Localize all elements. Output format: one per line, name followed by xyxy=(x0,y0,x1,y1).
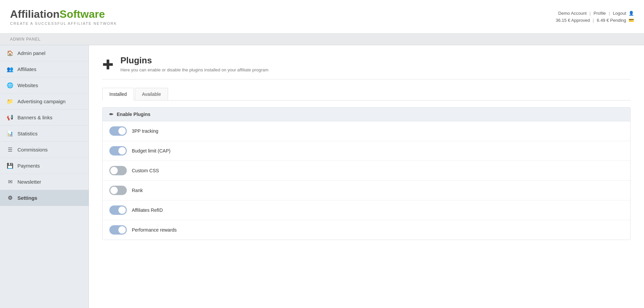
tab-installed[interactable]: Installed xyxy=(102,88,134,101)
admin-panel-icon: 🏠 xyxy=(7,50,13,56)
plugin-row-custom-css: Custom CSS xyxy=(103,161,630,181)
plugin-row-affiliates-refid: Affiliates RefID xyxy=(103,200,630,220)
sidebar-label-advertising-campaign: Advertising campaign xyxy=(17,99,65,104)
toggle-budget-limit-cap[interactable] xyxy=(109,146,127,156)
sidebar: 🏠Admin panel👥Affiliates🌐Websites📁Adverti… xyxy=(0,45,89,308)
plugin-label-rank: Rank xyxy=(132,188,143,193)
websites-icon: 🌐 xyxy=(7,82,13,88)
logo-software: Software xyxy=(60,8,105,20)
section-header: ✏ Enable Plugins xyxy=(103,108,630,121)
plugin-label-performance-rewards: Performance rewards xyxy=(132,227,177,233)
sidebar-item-websites[interactable]: 🌐Websites xyxy=(0,77,89,94)
logo-title: AffiliationSoftware xyxy=(10,8,117,20)
settings-icon: ⚙ xyxy=(7,195,13,201)
advertising-campaign-icon: 📁 xyxy=(7,98,13,105)
sidebar-item-banners-links[interactable]: 📢Banners & links xyxy=(0,110,89,126)
logo: AffiliationSoftware Create a Successful … xyxy=(10,8,117,25)
user-icon xyxy=(629,11,634,16)
tabs: InstalledAvailable xyxy=(102,88,631,101)
section-header-label: Enable Plugins xyxy=(117,112,150,117)
sidebar-label-newsletter: Newsletter xyxy=(17,179,41,185)
sidebar-item-newsletter[interactable]: ✉Newsletter xyxy=(0,174,89,190)
sidebar-item-affiliates[interactable]: 👥Affiliates xyxy=(0,61,89,77)
sidebar-item-statistics[interactable]: 📊Statistics xyxy=(0,126,89,142)
header-right: Demo Account | Profile | Logout 36.15 € … xyxy=(556,11,634,23)
plugins-section: ✏ Enable Plugins 3PP trackingBudget limi… xyxy=(102,107,631,240)
sidebar-label-banners-links: Banners & links xyxy=(17,115,52,120)
demo-account-link[interactable]: Demo Account xyxy=(558,11,587,16)
toggle-affiliates-refid[interactable] xyxy=(109,205,127,215)
plugin-icon: ✚ xyxy=(102,57,114,72)
profile-link[interactable]: Profile xyxy=(594,11,606,16)
sidebar-label-payments: Payments xyxy=(17,163,40,169)
plugin-row-rank: Rank xyxy=(103,181,630,200)
toggle-custom-css[interactable] xyxy=(109,166,127,175)
wallet-icon xyxy=(629,18,634,23)
plugin-row-performance-rewards: Performance rewards xyxy=(103,220,630,240)
affiliates-icon: 👥 xyxy=(7,66,13,72)
page-header: ✚ Plugins Here you can enable or disable… xyxy=(102,55,631,79)
sidebar-item-advertising-campaign[interactable]: 📁Advertising campaign xyxy=(0,94,89,110)
page-title: Plugins xyxy=(120,55,268,66)
logo-affiliation: Affiliation xyxy=(10,8,60,20)
top-links: Demo Account | Profile | Logout xyxy=(556,11,634,16)
plugin-label-budget-limit-cap: Budget limit (CAP) xyxy=(132,148,170,153)
sidebar-item-commissions[interactable]: ☰Commissions xyxy=(0,142,89,158)
content-area: ✚ Plugins Here you can enable or disable… xyxy=(89,45,644,308)
sidebar-item-settings[interactable]: ⚙Settings xyxy=(0,190,89,206)
sidebar-label-commissions: Commissions xyxy=(17,147,48,152)
page-title-area: Plugins Here you can enable or disable t… xyxy=(120,55,268,72)
sidebar-label-statistics: Statistics xyxy=(17,131,38,136)
page-subtitle: Here you can enable or disable the plugi… xyxy=(120,67,268,72)
sidebar-label-settings: Settings xyxy=(17,195,37,201)
sidebar-item-payments[interactable]: 💾Payments xyxy=(0,158,89,174)
header: AffiliationSoftware Create a Successful … xyxy=(0,0,644,34)
sidebar-item-admin-panel[interactable]: 🏠Admin panel xyxy=(0,45,89,61)
commissions-icon: ☰ xyxy=(7,146,13,153)
main-layout: 🏠Admin panel👥Affiliates🌐Websites📁Adverti… xyxy=(0,45,644,308)
plugin-label-3pp-tracking: 3PP tracking xyxy=(132,128,158,134)
sidebar-label-affiliates: Affiliates xyxy=(17,66,36,72)
section-icon: ✏ xyxy=(109,112,113,117)
toggle-3pp-tracking[interactable] xyxy=(109,126,127,136)
plugin-label-affiliates-refid: Affiliates RefID xyxy=(132,207,163,213)
plugin-label-custom-css: Custom CSS xyxy=(132,168,159,173)
plugin-row-budget-limit-cap: Budget limit (CAP) xyxy=(103,141,630,161)
logout-link[interactable]: Logout xyxy=(613,11,626,16)
logo-subtitle: Create a Successful Affiliate Network xyxy=(10,21,117,25)
banners-links-icon: 📢 xyxy=(7,114,13,121)
sidebar-label-websites: Websites xyxy=(17,82,38,88)
sidebar-label-admin-panel: Admin panel xyxy=(17,50,45,56)
balance: 36.15 € Approved | 6.49 € Pending xyxy=(556,18,634,23)
pending-balance: 6.49 € Pending xyxy=(597,18,626,23)
tab-available[interactable]: Available xyxy=(135,88,168,100)
toggle-performance-rewards[interactable] xyxy=(109,225,127,235)
approved-balance: 36.15 € Approved xyxy=(556,18,590,23)
toggle-rank[interactable] xyxy=(109,186,127,195)
newsletter-icon: ✉ xyxy=(7,179,13,185)
statistics-icon: 📊 xyxy=(7,130,13,137)
admin-panel-bar: Admin Panel xyxy=(0,34,644,45)
plugin-row-3pp-tracking: 3PP tracking xyxy=(103,121,630,141)
payments-icon: 💾 xyxy=(7,163,13,169)
